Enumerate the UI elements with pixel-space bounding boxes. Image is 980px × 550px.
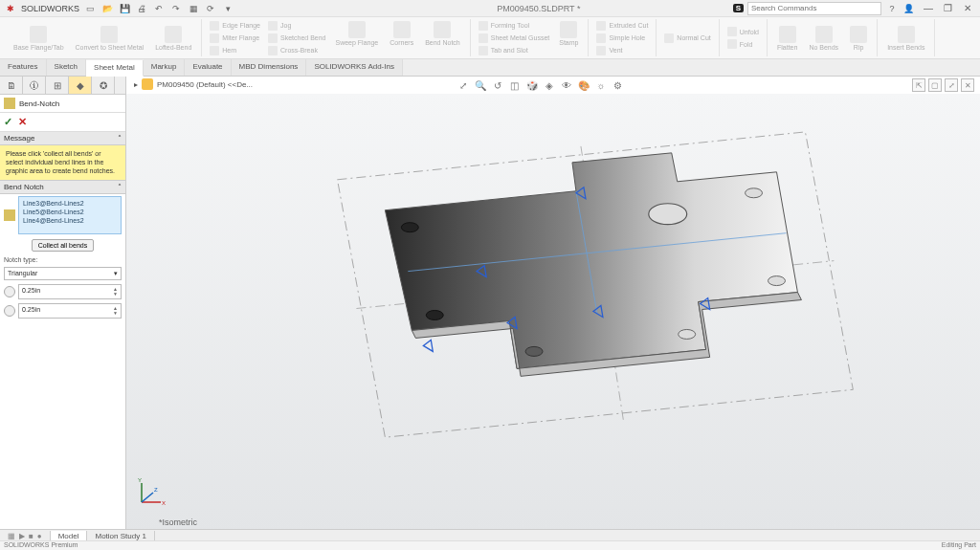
corners-button[interactable]: Corners	[386, 20, 417, 56]
bend-lines-listbox[interactable]: Line3@Bend-Lines2 Line5@Bend-Lines2 Line…	[18, 196, 122, 234]
ribbon: Base Flange/Tab Convert to Sheet Metal L…	[0, 17, 980, 59]
help-icon[interactable]: ?	[885, 2, 899, 15]
notch-type-select[interactable]: Triangular ▾	[4, 267, 122, 280]
part-icon	[142, 78, 153, 90]
bend-notch-button[interactable]: Bend Notch	[421, 20, 464, 56]
prev-view-icon[interactable]: ↺	[491, 78, 504, 92]
print-icon[interactable]: 🖨	[135, 2, 148, 15]
sheetmetal-gusset-button[interactable]: Sheet Metal Gusset	[477, 33, 551, 44]
graphics-viewport[interactable]: Y X Z *Isometric	[126, 94, 980, 533]
svg-point-9	[679, 329, 696, 339]
edge-flange-button[interactable]: Edge Flange	[208, 20, 262, 32]
hide-show-icon[interactable]: 👁	[560, 78, 573, 92]
vp-max-icon[interactable]: ⤢	[945, 78, 958, 92]
view-orientation-icon[interactable]: 🎲	[525, 78, 539, 92]
pm-message-body: Please click 'collect all bends' or sele…	[0, 145, 125, 181]
miter-flange-button[interactable]: Miter Flange	[208, 33, 262, 44]
spin-down-icon[interactable]: ▼	[113, 292, 118, 297]
hem-button[interactable]: Hem	[208, 45, 262, 56]
dim1-spinner[interactable]: 0.25in ▲▼	[18, 284, 122, 299]
zoom-fit-icon[interactable]: ⤢	[457, 78, 470, 92]
vp-link-icon[interactable]: ⇱	[912, 78, 925, 92]
normal-cut-button[interactable]: Normal Cut	[662, 33, 712, 44]
dim1-icon	[4, 286, 15, 297]
pm-tab-property-mgr-icon[interactable]: 🛈	[23, 77, 46, 94]
tab-sketch[interactable]: Sketch	[47, 59, 86, 76]
login-icon[interactable]: 👤	[902, 2, 916, 15]
rebuild-icon[interactable]: ⟳	[204, 2, 217, 15]
options-dd-icon[interactable]: ▾	[221, 2, 234, 15]
bt-stop-icon[interactable]: ■	[29, 532, 33, 540]
property-manager-panel: 🗎 🛈 ⊞ ◆ ✪ Bend-Notch ✓ ✕ Message˄ Please…	[0, 77, 126, 533]
rip-button[interactable]: Rip	[846, 25, 871, 52]
undo-icon[interactable]: ↶	[152, 2, 166, 15]
breadcrumb-expand-icon[interactable]: ▸	[134, 80, 138, 89]
redo-icon[interactable]: ↷	[169, 2, 183, 15]
stamp-button[interactable]: Stamp	[555, 20, 582, 56]
vp-single-icon[interactable]: ▢	[928, 78, 942, 92]
sketched-bend-button[interactable]: Sketched Bend	[266, 33, 327, 44]
pm-tab-feature-tree-icon[interactable]: 🗎	[0, 77, 23, 94]
selection-icon	[4, 209, 15, 221]
unfold-button[interactable]: Unfold	[725, 26, 761, 37]
insert-bends-button[interactable]: Insert Bends	[883, 25, 928, 52]
ribbon-tab-strip: Features Sketch Sheet Metal Markup Evalu…	[0, 59, 980, 77]
fold-button[interactable]: Fold	[725, 38, 761, 50]
pm-tab-dimx-icon[interactable]: ✪	[92, 77, 115, 94]
pm-message-header[interactable]: Message˄	[0, 132, 125, 145]
dim2-spinner[interactable]: 0.25in ▲▼	[18, 303, 122, 319]
pm-cancel-icon[interactable]: ✕	[18, 116, 27, 128]
jog-button[interactable]: Jog	[266, 20, 327, 32]
pm-tab-config-icon[interactable]: ⊞	[46, 77, 69, 94]
breadcrumb[interactable]: ▸ PM009450 (Default) <<De...	[134, 78, 253, 90]
spin-down-icon[interactable]: ▼	[113, 311, 118, 316]
tab-addins[interactable]: SOLIDWORKS Add-Ins	[306, 59, 403, 76]
select-icon[interactable]: ▦	[187, 2, 200, 15]
window-restore-icon[interactable]: ❐	[939, 3, 956, 13]
collect-all-bends-button[interactable]: Collect all bends	[32, 239, 94, 252]
pm-bend-notch-header[interactable]: Bend Notch˄	[0, 181, 125, 194]
window-close-icon[interactable]: ✕	[959, 3, 976, 13]
scene-icon[interactable]: ☼	[594, 78, 608, 92]
new-icon[interactable]: ▭	[83, 2, 97, 15]
open-icon[interactable]: 📂	[100, 2, 114, 15]
section-view-icon[interactable]: ◫	[508, 78, 522, 92]
sweep-flange-button[interactable]: Sweep Flange	[331, 20, 382, 56]
tab-markup[interactable]: Markup	[144, 59, 186, 76]
display-style-icon[interactable]: ◈	[543, 78, 556, 92]
model-render	[126, 94, 980, 533]
convert-sheetmetal-button[interactable]: Convert to Sheet Metal	[72, 25, 148, 52]
flatten-button[interactable]: Flatten	[773, 25, 801, 52]
svg-point-11	[649, 204, 687, 225]
cross-break-button[interactable]: Cross-Break	[266, 45, 327, 56]
lofted-bend-button[interactable]: Lofted-Bend	[151, 25, 195, 52]
bt-play-icon[interactable]: ▶	[19, 532, 25, 540]
pm-tab-display-mgr-icon[interactable]: ◆	[69, 77, 92, 94]
search-commands-input[interactable]	[747, 2, 881, 15]
save-icon[interactable]: 💾	[118, 2, 131, 15]
simple-hole-button[interactable]: Simple Hole	[594, 33, 650, 44]
forming-tool-button[interactable]: Forming Tool	[477, 20, 551, 32]
extruded-cut-button[interactable]: Extruded Cut	[594, 20, 650, 32]
list-item[interactable]: Line4@Bend-Lines2	[21, 216, 119, 225]
view-settings-icon[interactable]: ⚙	[612, 78, 625, 92]
bt-3dviews-icon[interactable]: ▦	[8, 532, 15, 540]
window-minimize-icon[interactable]: —	[920, 3, 937, 13]
tab-features[interactable]: Features	[0, 59, 47, 76]
bt-rec-icon[interactable]: ●	[37, 532, 42, 540]
viewport-corner-buttons: ⇱ ▢ ⤢ ✕	[912, 78, 974, 92]
tab-evaluate[interactable]: Evaluate	[185, 59, 231, 76]
no-bends-button[interactable]: No Bends	[805, 25, 842, 52]
tab-and-slot-button[interactable]: Tab and Slot	[477, 45, 551, 56]
vp-close-icon[interactable]: ✕	[961, 78, 974, 92]
list-item[interactable]: Line5@Bend-Lines2	[21, 208, 119, 216]
zoom-area-icon[interactable]: 🔍	[474, 78, 487, 92]
tab-sheet-metal[interactable]: Sheet Metal	[86, 60, 144, 77]
list-item[interactable]: Line3@Bend-Lines2	[21, 199, 119, 208]
orientation-triad-icon[interactable]: Y X Z	[136, 475, 168, 508]
vent-button[interactable]: Vent	[594, 45, 650, 56]
base-flange-button[interactable]: Base Flange/Tab	[10, 25, 68, 52]
appearance-icon[interactable]: 🎨	[577, 78, 590, 92]
tab-mbd-dimensions[interactable]: MBD Dimensions	[232, 59, 307, 76]
pm-ok-icon[interactable]: ✓	[4, 116, 12, 128]
